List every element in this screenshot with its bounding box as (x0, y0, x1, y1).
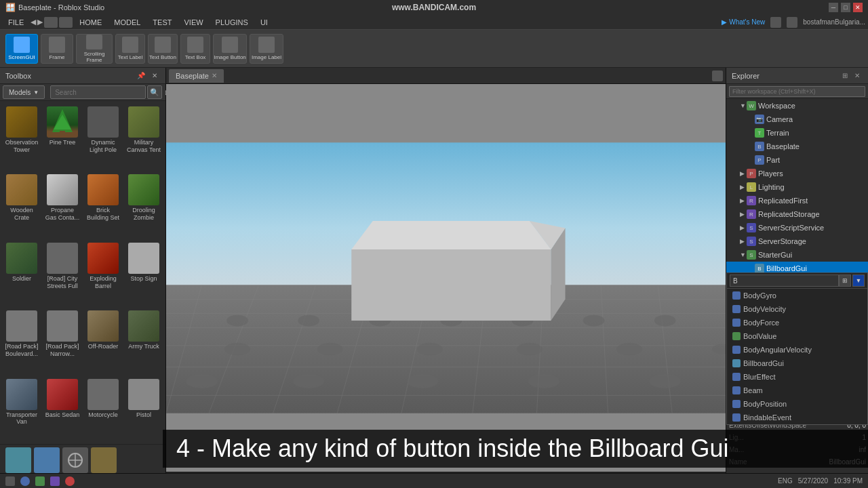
dd-item-blur[interactable]: BlurEffect (727, 370, 867, 384)
dd-item-bodyposition[interactable]: BodyPosition (727, 397, 867, 411)
menu-item-ui[interactable]: UI (255, 17, 273, 28)
tree-item-lighting[interactable]: ▶ L Lighting (726, 180, 868, 194)
search-button[interactable]: 🔍 (147, 85, 162, 99)
app4-btn[interactable] (65, 476, 75, 486)
tree-item-part[interactable]: P Part (726, 153, 868, 167)
list-item[interactable]: Pine Tree (43, 104, 81, 169)
list-item[interactable]: Off-Roader (84, 308, 122, 373)
viewport[interactable] (166, 84, 726, 472)
list-item[interactable]: Transporter Van (3, 376, 41, 441)
vp-tab-close[interactable]: ✕ (212, 72, 217, 79)
list-item[interactable]: Observation Tower (3, 104, 41, 169)
models-dropdown[interactable]: Models ▼ (3, 85, 45, 99)
files-btn[interactable] (35, 476, 45, 486)
list-item[interactable]: Military Canvas Tent (125, 104, 163, 169)
explorer-filter-input[interactable] (729, 86, 865, 97)
maximize-btn[interactable]: □ (841, 3, 850, 12)
tree-item-server-script[interactable]: ▶ S ServerScriptService (726, 221, 868, 235)
search-input[interactable] (50, 85, 146, 99)
tree-item-terrain[interactable]: T Terrain (726, 126, 868, 140)
dd-item-bodyforce[interactable]: BodyForce (727, 316, 867, 329)
home-shortcut[interactable] (44, 17, 58, 28)
list-item[interactable]: Stop Sign (125, 240, 163, 305)
off-roader-label: Off-Roader (88, 343, 118, 350)
whats-new-btn[interactable]: ▶ What's New (722, 18, 765, 26)
list-item[interactable]: [Road Pack] Narrow... (43, 308, 81, 373)
menu-item-view[interactable]: VIEW (178, 17, 208, 28)
dd-item-bodyvelocity[interactable]: BodyVelocity (727, 302, 867, 316)
tree-item-baseplate[interactable]: B Baseplate (726, 140, 868, 153)
toolbar-image-button[interactable]: Image Button (213, 34, 247, 64)
start-btn[interactable] (5, 476, 15, 486)
menu-item-test[interactable]: TEST (147, 17, 177, 28)
tree-item-starter-gui[interactable]: ▼ S StarterGui (726, 248, 868, 262)
dd-item-beam[interactable]: Beam (727, 384, 867, 397)
list-item[interactable]: [Road] City Streets Full (43, 240, 81, 305)
dd-item-bindable-event[interactable]: BindableEvent (727, 411, 867, 424)
image-button-label: Image Button (214, 54, 246, 60)
minimize-btn[interactable]: ─ (829, 3, 838, 12)
menu-item-home[interactable]: HOME (74, 17, 107, 28)
menu-item-plugins[interactable]: PLUGINS (210, 17, 254, 28)
toolbar-screengui[interactable]: ScreenGUI (5, 34, 38, 64)
tree-item-billboard-gui[interactable]: B BillboardGui (726, 262, 868, 272)
dropdown-list: BodyGyro BodyVelocity BodyForce BoolValu… (727, 289, 867, 424)
expand-btn[interactable] (712, 70, 723, 81)
list-item[interactable]: Motorcycle (84, 376, 122, 441)
dd-item-boolvalue[interactable]: BoolValue (727, 329, 867, 343)
list-item[interactable]: [Road Pack] Boulevard... (3, 308, 41, 373)
app3-btn[interactable] (50, 476, 60, 486)
list-item[interactable]: Propane Gas Conta... (43, 171, 81, 237)
toolbar-scrolling-frame[interactable]: Scrolling Frame (76, 34, 113, 64)
list-item[interactable]: Drooling Zombie (125, 171, 163, 237)
canvas-tent-label: Military Canvas Tent (126, 139, 161, 154)
insert-object-dropdown: ⊞ ▼ BodyGyro BodyVelocity BodyForce (726, 272, 868, 425)
tree-item-server-storage[interactable]: ▶ S ServerStorage (726, 235, 868, 248)
list-item[interactable]: Basic Sedan (43, 376, 81, 441)
browser-btn[interactable] (20, 476, 30, 486)
tree-item-replicated-first[interactable]: ▶ R ReplicatedFirst (726, 194, 868, 207)
dd-btn2[interactable]: ▼ (852, 274, 865, 287)
save-shortcut[interactable] (59, 17, 73, 28)
list-item[interactable]: Exploding Barrel (84, 240, 122, 305)
toolbox-close[interactable]: ✕ (149, 70, 160, 81)
thumb3-icon (65, 450, 85, 470)
dd-item-bodyangular[interactable]: BodyAngularVelocity (727, 343, 867, 357)
dd-item-billboard[interactable]: BillboardGui (727, 357, 867, 370)
list-item[interactable]: Soldier (3, 240, 41, 305)
observation-tower-thumb (6, 106, 37, 138)
toolbar-text-button[interactable]: Text Button (148, 34, 178, 64)
header-icon2[interactable] (787, 17, 797, 28)
expand-arrow: ▶ (740, 197, 747, 204)
list-item[interactable]: Brick Building Set (84, 171, 122, 237)
bandicam-watermark: www.BANDICAM.com (392, 3, 476, 12)
close-btn[interactable]: ✕ (853, 3, 863, 12)
city-streets-thumb (47, 243, 78, 274)
dd-btn1[interactable]: ⊞ (839, 274, 851, 287)
list-item[interactable]: Pistol (125, 376, 163, 441)
text-label-icon (122, 37, 138, 53)
explorer-close[interactable]: ✕ (852, 70, 863, 81)
tree-item-camera[interactable]: 📷 Camera (726, 113, 868, 126)
list-item[interactable]: Dynamic Light Pole (84, 104, 122, 169)
city-streets-label: [Road] City Streets Full (45, 275, 80, 290)
menu-item-model[interactable]: MODEL (108, 17, 146, 28)
toolbar-text-box[interactable]: Text Box (180, 34, 210, 64)
menu-item-file[interactable]: FILE (3, 17, 29, 28)
list-item[interactable]: Wooden Crate (3, 171, 41, 237)
list-item[interactable]: Army Truck (125, 308, 163, 373)
toolbar-text-label[interactable]: Text Label (115, 34, 145, 64)
tree-item-players[interactable]: ▶ P Players (726, 167, 868, 180)
dd-item-bodygyro[interactable]: BodyGyro (727, 289, 867, 302)
tree-item-replicated-storage[interactable]: ▶ R ReplicatedStorage (726, 207, 868, 221)
titlebar: 🪟 Baseplate - Roblox Studio ─ □ ✕ www.BA… (0, 0, 868, 15)
tree-item-workspace[interactable]: ▼ W Workspace (726, 99, 868, 113)
toolbar-image-label[interactable]: Image Label (250, 34, 283, 64)
svg-point-25 (298, 315, 319, 327)
dropdown-search-input[interactable] (730, 274, 839, 287)
explorer-expand[interactable]: ⊞ (840, 70, 850, 81)
viewport-tab-baseplate[interactable]: Baseplate ✕ (169, 69, 224, 83)
toolbar-frame[interactable]: Frame (41, 34, 73, 64)
toolbox-pin[interactable]: 📌 (136, 70, 146, 81)
header-icon1[interactable] (770, 17, 781, 28)
